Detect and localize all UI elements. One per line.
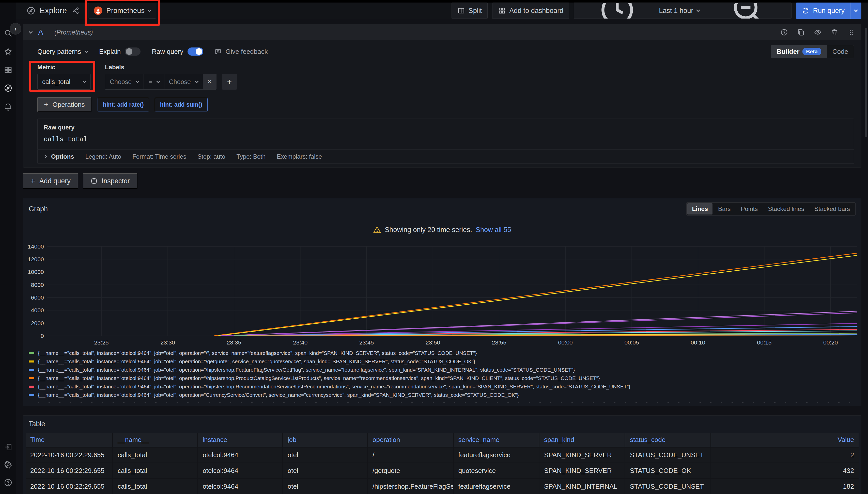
help-icon[interactable] xyxy=(4,478,13,487)
label-operator-select[interactable]: = xyxy=(144,74,164,90)
column-header-operation[interactable]: operation xyxy=(368,433,454,447)
table-cell: STATUS_CODE_UNSET xyxy=(625,447,711,463)
sidebar-expand-button[interactable]: › xyxy=(10,23,21,35)
starred-icon[interactable] xyxy=(4,47,13,56)
split-label: Split xyxy=(469,7,482,15)
graph-mode-stacked-bars[interactable]: Stacked bars xyxy=(810,203,854,214)
raw-query-toggle[interactable] xyxy=(187,48,203,56)
run-query-button[interactable]: Run query xyxy=(796,2,862,19)
table-row: 2022-10-16 00:22:29.655calls_totalotelco… xyxy=(26,447,858,463)
query-editor-card: A (Prometheus) Query patterns xyxy=(23,24,862,168)
metric-select[interactable]: calls_total xyxy=(37,74,91,90)
alerting-bell-icon[interactable] xyxy=(4,102,13,111)
legend-label: {__name__="calls_total", instance="otelc… xyxy=(38,384,630,390)
label-key-select[interactable]: Choose xyxy=(105,74,144,90)
toggle-visibility-eye-icon[interactable] xyxy=(814,28,821,36)
graph-panel: Graph LinesBarsPointsStacked linesStacke… xyxy=(23,198,862,406)
datasource-picker[interactable]: Prometheus xyxy=(88,3,156,19)
operations-button[interactable]: + Operations xyxy=(37,97,91,112)
column-header-servicename[interactable]: service_name xyxy=(453,433,539,447)
builder-code-switch: Builder Beta Code xyxy=(771,45,854,58)
query-help-icon[interactable] xyxy=(780,28,788,36)
grafana-logo-icon[interactable] xyxy=(2,6,14,17)
table-cell: 2022-10-16 00:22:29.655 xyxy=(26,463,113,479)
svg-text:23:40: 23:40 xyxy=(293,339,307,346)
explore-compass-icon[interactable] xyxy=(4,84,13,92)
show-all-series-link[interactable]: Show all 55 xyxy=(476,226,511,234)
scrollbar-thumb[interactable] xyxy=(865,28,867,137)
svg-text:10000: 10000 xyxy=(28,269,44,275)
label-value-select[interactable]: Choose xyxy=(164,74,203,90)
query-hint-button-1[interactable]: hint: add sum() xyxy=(155,98,207,111)
refresh-icon xyxy=(802,7,809,15)
delete-query-trash-icon[interactable] xyxy=(831,28,838,36)
table-cell: SPAN_KIND_SERVER xyxy=(539,447,625,463)
prometheus-logo-icon xyxy=(93,6,103,15)
explain-toggle[interactable] xyxy=(125,48,141,56)
zoom-out-icon xyxy=(710,2,786,19)
query-hint-button-0[interactable]: hint: add rate() xyxy=(97,98,149,111)
table-cell: 2022-10-16 00:22:29.655 xyxy=(26,447,113,463)
column-header-name[interactable]: __name__ xyxy=(113,433,198,447)
code-tab[interactable]: Code xyxy=(827,45,854,58)
topbar: Explore Prometheus Split Add to dash xyxy=(16,2,868,19)
graph-mode-bars[interactable]: Bars xyxy=(713,203,735,214)
settings-gear-icon[interactable] xyxy=(4,460,13,469)
add-label-filter-button[interactable]: + xyxy=(222,74,237,90)
sign-in-icon[interactable] xyxy=(4,443,13,451)
legend-item-2[interactable]: {__name__="calls_total", instance="otelc… xyxy=(29,366,855,374)
table-cell: 2 xyxy=(711,447,858,463)
graph-mode-stacked-lines[interactable]: Stacked lines xyxy=(763,203,809,214)
legend-label: {__name__="calls_total", instance="otelc… xyxy=(38,358,475,364)
drag-handle-icon[interactable] xyxy=(847,28,855,36)
legend-item-1[interactable]: {__name__="calls_total", instance="otelc… xyxy=(29,357,855,366)
add-query-button[interactable]: + Add query xyxy=(23,173,78,189)
builder-tab[interactable]: Builder Beta xyxy=(771,45,827,58)
collapse-chevron-icon[interactable] xyxy=(29,30,33,34)
time-range-label: Last 1 hour xyxy=(659,7,693,15)
option-summary-4: Exemplars: false xyxy=(277,153,322,160)
svg-text:8000: 8000 xyxy=(31,282,44,288)
legend-item-3[interactable]: {__name__="calls_total", instance="otelc… xyxy=(29,374,855,383)
remove-label-filter-button[interactable]: × xyxy=(203,74,217,90)
column-header-instance[interactable]: instance xyxy=(198,433,283,447)
legend-item-4[interactable]: {__name__="calls_total", instance="otelc… xyxy=(29,383,855,391)
builder-label: Builder xyxy=(777,48,800,56)
time-series-chart[interactable]: 0200040006000800010000120001400023:2523:… xyxy=(23,236,861,347)
give-feedback-link[interactable]: Give feedback xyxy=(215,48,268,56)
column-header-job[interactable]: job xyxy=(283,433,367,447)
options-row[interactable]: Options Legend: AutoFormat: Time seriesS… xyxy=(37,150,854,164)
split-button[interactable]: Split xyxy=(452,2,488,19)
table-cell: SPAN_KIND_INTERNAL xyxy=(539,479,625,494)
table-cell: otel xyxy=(283,463,367,479)
legend-item-0[interactable]: {__name__="calls_total", instance="otelc… xyxy=(29,349,855,357)
column-header-value[interactable]: Value xyxy=(711,433,858,447)
column-header-spankind[interactable]: span_kind xyxy=(539,433,625,447)
option-summary-2: Step: auto xyxy=(197,153,225,160)
svg-text:23:25: 23:25 xyxy=(94,339,109,346)
query-row-header[interactable]: A (Prometheus) xyxy=(23,24,861,40)
query-patterns-dropdown[interactable]: Query patterns xyxy=(37,48,88,56)
metric-value: calls_total xyxy=(42,78,70,86)
graph-panel-title: Graph xyxy=(29,205,48,213)
add-to-dashboard-button[interactable]: Add to dashboard xyxy=(492,2,569,19)
table-cell: calls_total xyxy=(113,463,198,479)
column-header-statuscode[interactable]: status_code xyxy=(625,433,711,447)
dashboards-icon[interactable] xyxy=(4,65,13,74)
legend-swatch-icon xyxy=(29,360,34,362)
graph-mode-points[interactable]: Points xyxy=(736,203,762,214)
query-patterns-label: Query patterns xyxy=(37,48,81,56)
options-label: Options xyxy=(51,153,74,160)
run-query-dropdown[interactable] xyxy=(850,2,862,19)
graph-mode-lines[interactable]: Lines xyxy=(687,203,712,214)
duplicate-query-icon[interactable] xyxy=(797,28,805,36)
zoom-out-time-button[interactable] xyxy=(705,3,791,19)
share-icon[interactable] xyxy=(72,7,79,15)
page-title-text: Explore xyxy=(40,6,67,15)
time-range-button[interactable]: Last 1 hour xyxy=(574,3,705,19)
inspector-button[interactable]: Inspector xyxy=(83,173,138,189)
comment-icon xyxy=(215,48,221,55)
legend-item-5[interactable]: {__name__="calls_total", instance="otelc… xyxy=(29,391,855,399)
table-cell: featureflagservice xyxy=(453,447,539,463)
column-header-time[interactable]: Time xyxy=(26,433,113,447)
